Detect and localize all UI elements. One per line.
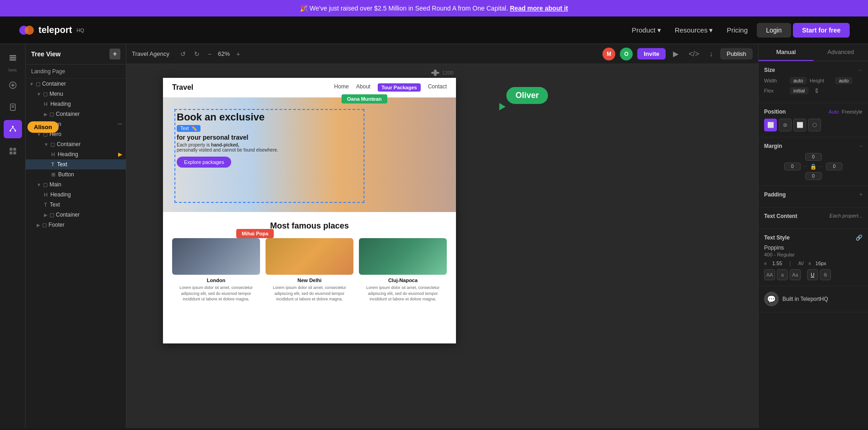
places-grid: London Lorem ipsum dolor sit amet, conse… xyxy=(172,238,447,302)
cursor-green xyxy=(496,103,506,112)
icon-sidebar: beta xyxy=(0,44,26,428)
hero-text-badge: Text ✏️ xyxy=(177,125,201,132)
tree-page-label: Landing Page xyxy=(26,65,126,79)
height-label: Height xyxy=(809,78,832,83)
margin-bottom-input[interactable] xyxy=(805,172,822,180)
text-style-link-icon[interactable]: 🔗 xyxy=(856,234,863,241)
redo-button[interactable]: ↻ xyxy=(192,49,201,60)
margin-right-input[interactable] xyxy=(826,163,842,170)
site-nav-links: Home About Tour Packages Contact xyxy=(334,83,447,92)
format-style-group: U S xyxy=(807,269,831,280)
tree-item-footer[interactable]: ▶ ▢ Footer xyxy=(26,220,126,230)
pos-right-button[interactable]: ⬜ xyxy=(793,119,806,131)
margin-top-row xyxy=(764,153,863,161)
banner-link[interactable]: Read more about it xyxy=(510,5,568,12)
start-free-button[interactable]: Start for free xyxy=(793,23,850,38)
tree-item-text1[interactable]: T Text xyxy=(26,159,126,169)
margin-left-input[interactable] xyxy=(784,163,801,170)
nav-logo: teleport HQ xyxy=(18,22,84,38)
tab-manual[interactable]: Manual xyxy=(759,44,814,61)
format-a-caps-button[interactable]: Aa xyxy=(790,269,801,280)
zoom-in-button[interactable]: + xyxy=(234,49,242,60)
lock-icon[interactable]: 🔒 xyxy=(810,163,817,170)
undo-button[interactable]: ↺ xyxy=(179,49,188,60)
padding-add-icon[interactable]: + xyxy=(859,191,863,198)
svg-point-11 xyxy=(12,126,14,128)
tree-item-text2[interactable]: T Text xyxy=(26,200,126,210)
nav-tour-packages[interactable]: Tour Packages xyxy=(378,83,420,92)
place-card-delhi: New Delhi Lorem ipsum dolor sit amet, co… xyxy=(266,238,353,302)
sidebar-icon-pages[interactable] xyxy=(4,98,22,116)
nav-contact[interactable]: Contact xyxy=(428,83,447,92)
nav-home[interactable]: Home xyxy=(334,83,349,92)
nav-resources[interactable]: Resources ▾ xyxy=(675,26,713,34)
built-avatar: 💬 xyxy=(764,292,779,306)
size-header: Size ··· xyxy=(764,67,863,73)
pos-center-button[interactable]: ⊕ xyxy=(779,119,792,131)
tree-item-hero[interactable]: ▼ ▢ Hero xyxy=(26,129,126,139)
download-button[interactable]: ↓ xyxy=(706,48,716,60)
position-auto-label[interactable]: Auto xyxy=(829,109,839,114)
format-a-small-button[interactable]: a xyxy=(777,269,788,280)
tree-item-heading2[interactable]: H Heading ▶ xyxy=(26,149,126,159)
svg-rect-19 xyxy=(13,152,16,154)
tree-item-icon[interactable]: ⊙ Icon 〰 xyxy=(26,119,126,129)
hero-content: Book an exclusive Text ✏️ for your perso… xyxy=(177,111,278,168)
pos-left-button[interactable]: ⬜ xyxy=(764,119,777,131)
svg-point-13 xyxy=(14,130,16,132)
place-name-cluj: Cluj-Napoca xyxy=(359,278,447,283)
code-button[interactable]: </> xyxy=(686,48,702,60)
size-more-icon[interactable]: ··· xyxy=(858,67,863,73)
tree-item-menu[interactable]: ▼ ▢ Menu xyxy=(26,89,126,99)
tree-item-heading3[interactable]: H Heading xyxy=(26,190,126,200)
place-name-london: London xyxy=(172,278,260,283)
font-weight: 400 - Regular xyxy=(764,252,863,257)
publish-button[interactable]: Publish xyxy=(720,48,753,60)
sidebar-icon-tree[interactable] xyxy=(4,120,22,138)
nav-about[interactable]: About xyxy=(356,83,370,92)
format-aa-button[interactable]: AA xyxy=(764,269,775,280)
invite-button[interactable]: Invite xyxy=(637,48,666,60)
tree-item-main[interactable]: ▼ ▢ Main xyxy=(26,180,126,190)
hero-cta-button[interactable]: Explore packages xyxy=(177,157,231,168)
margin-title: Margin xyxy=(764,143,782,149)
tree-item-container[interactable]: ▼ ▢ Container xyxy=(26,79,126,89)
margin-minus-icon[interactable]: − xyxy=(859,143,863,149)
position-header: Position Auto Freestyle xyxy=(764,109,863,115)
tree-item-container4[interactable]: ▶ ▢ Container xyxy=(26,210,126,220)
canvas-frame: Travel Home About Tour Packages Contact … xyxy=(163,78,456,343)
tree-item-container2[interactable]: ▶ ▢ Container xyxy=(26,109,126,119)
prop-section-margin: Margin − ··· 🔒 ··· xyxy=(759,137,868,186)
position-freestyle-label[interactable]: Freestyle xyxy=(842,109,863,114)
tree-item-button[interactable]: ⊞ Button xyxy=(26,169,126,180)
place-name-delhi: New Delhi xyxy=(266,278,353,283)
play-button[interactable]: ▶ xyxy=(670,48,681,60)
format-strikethrough-button[interactable]: S xyxy=(820,269,831,280)
text-style-title: Text Style xyxy=(764,234,790,241)
tree-title: Tree View xyxy=(31,50,60,58)
zoom-out-button[interactable]: − xyxy=(206,49,213,60)
margin-grid: ··· 🔒 ··· xyxy=(764,153,863,180)
svg-rect-3 xyxy=(9,57,16,59)
nav-product[interactable]: Product ▾ xyxy=(632,26,661,34)
pos-stretch-button[interactable]: ⬡ xyxy=(808,119,821,131)
flex-value: initial xyxy=(790,87,808,94)
app-layout: beta Tree View + Landing Page ▼ ▢ Contai… xyxy=(0,44,868,428)
font-name: Poppins xyxy=(764,245,863,251)
sidebar-icon-layers[interactable] xyxy=(4,49,22,67)
login-button[interactable]: Login xyxy=(757,23,791,38)
format-underline-button[interactable]: U xyxy=(807,269,818,280)
tree-item-heading1[interactable]: H Heading xyxy=(26,99,126,109)
tooltip-oliver-big: Oliver xyxy=(506,87,548,104)
sidebar-icon-assets[interactable] xyxy=(4,142,22,160)
nav-pricing[interactable]: Pricing xyxy=(727,26,748,34)
margin-top-input[interactable] xyxy=(805,153,822,161)
tree-add-button[interactable]: + xyxy=(109,49,120,60)
place-img-delhi xyxy=(266,238,353,275)
sidebar-icon-add[interactable] xyxy=(4,76,22,94)
tree-item-container3[interactable]: ▼ ▢ Container xyxy=(26,139,126,149)
tab-advanced[interactable]: Advanced xyxy=(814,44,868,61)
beta-label: beta xyxy=(9,68,17,72)
place-card-london: London Lorem ipsum dolor sit amet, conse… xyxy=(172,238,260,302)
avatar-m: M xyxy=(602,48,615,60)
